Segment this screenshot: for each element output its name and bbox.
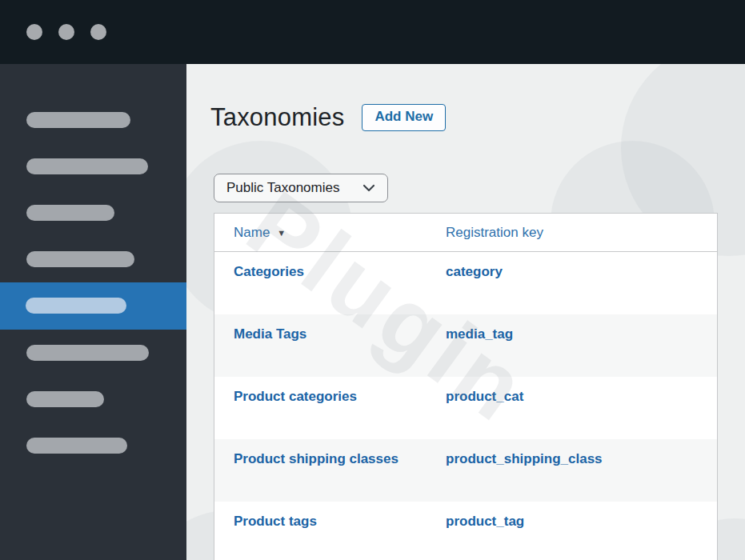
window-control-dot-1[interactable] [26,24,42,40]
sort-desc-icon: ▼ [277,228,286,238]
taxonomy-name-link[interactable]: Product tags [234,514,317,529]
table-row: Media Tags media_tag [214,314,717,377]
sidebar-item-active-label-placeholder [26,298,126,314]
table-row: Product shipping classes product_shippin… [214,439,717,502]
column-header-registration-key[interactable]: Registration key [446,225,543,241]
sidebar-item-placeholder-3[interactable] [26,205,114,221]
taxonomy-name-cell: Product shipping classes [214,439,446,502]
taxonomy-name-link[interactable]: Product categories [234,389,357,404]
sidebar-item-placeholder-6[interactable] [26,391,104,407]
column-header-name[interactable]: Name ▼ [214,225,446,241]
page-title: Taxonomies [210,103,344,132]
admin-sidebar [0,64,186,560]
table-row: Product categories product_cat [214,377,717,439]
taxonomies-table: Name ▼ Registration key Categories categ… [214,213,718,560]
sidebar-item-placeholder-4[interactable] [26,251,134,267]
main-content: Taxonomies Add New Public Taxonomies Nam… [186,64,745,560]
taxonomy-key-cell: product_tag [446,502,524,560]
window-titlebar [0,0,745,64]
sidebar-item-placeholder-2[interactable] [26,158,148,174]
column-header-name-label: Name [234,225,270,241]
taxonomy-filter-selected-value: Public Taxonomies [226,180,339,196]
taxonomy-filter-dropdown[interactable]: Public Taxonomies [214,174,388,202]
taxonomy-key-cell: media_tag [446,314,513,377]
taxonomy-name-cell: Product categories [214,377,446,439]
add-new-button[interactable]: Add New [362,104,446,130]
taxonomy-name-cell: Categories [214,252,446,314]
table-header-row: Name ▼ Registration key [214,214,717,252]
app-window: Taxonomies Add New Public Taxonomies Nam… [0,0,745,560]
taxonomy-name-link[interactable]: Product shipping classes [234,451,399,466]
sidebar-item-active[interactable] [0,282,186,330]
taxonomy-name-link[interactable]: Categories [234,264,304,279]
page-header: Taxonomies Add New [210,103,446,132]
sidebar-item-placeholder-5[interactable] [26,345,149,361]
taxonomy-key-cell: product_shipping_class [446,439,603,502]
sidebar-item-placeholder-7[interactable] [26,438,127,454]
window-control-dot-3[interactable] [90,24,106,40]
window-control-dot-2[interactable] [58,24,74,40]
sidebar-item-placeholder-1[interactable] [26,112,130,128]
taxonomy-name-cell: Product tags [214,502,446,560]
taxonomy-key-cell: product_cat [446,377,523,439]
table-row: Categories category [214,252,717,314]
table-row: Product tags product_tag [214,502,717,560]
taxonomy-key-cell: category [446,252,503,314]
taxonomy-name-cell: Media Tags [214,314,446,377]
chevron-down-icon [362,184,375,192]
taxonomy-name-link[interactable]: Media Tags [234,326,306,342]
